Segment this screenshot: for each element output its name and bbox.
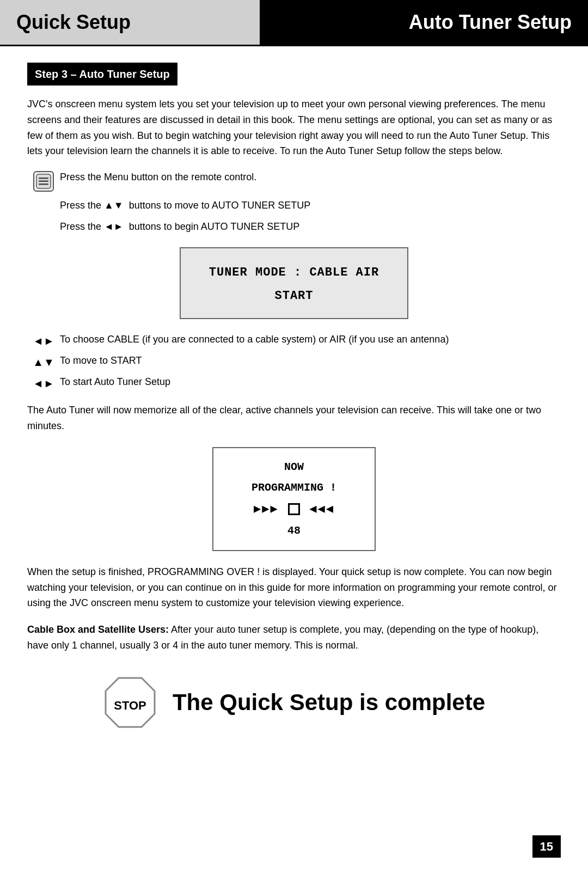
menu-button-icon — [33, 171, 54, 192]
svg-rect-2 — [39, 181, 48, 182]
svg-rect-3 — [39, 184, 48, 185]
menu-icon-col — [27, 170, 60, 192]
bullet-section: ◄► To choose CABLE (if you are connected… — [27, 332, 561, 392]
bullet-row-2: ▲▼ To move to START — [27, 353, 561, 370]
stop-sign-icon: STOP — [103, 675, 157, 730]
bullet-row-3: ◄► To start Auto Tuner Setup — [27, 375, 561, 392]
tuner-screen-line1: TUNER MODE : CABLE AIR — [197, 264, 391, 282]
prog-square-icon — [288, 503, 300, 515]
stop-tagline: The Quick Setup is complete — [173, 685, 485, 719]
tuner-screen-line2: START — [197, 287, 391, 305]
header-left: Quick Setup — [0, 0, 260, 45]
bullet-ud-icon: ▲▼ — [27, 353, 60, 370]
lr-icon-col — [27, 219, 60, 221]
prog-now: NOW — [226, 459, 362, 475]
bullet-row-1: ◄► To choose CABLE (if you are connected… — [27, 332, 561, 349]
press-ud-text: Press the ▲▼ buttons to move to AUTO TUN… — [60, 198, 561, 213]
auto-tuner-paragraph: The Auto Tuner will now memorize all of … — [27, 402, 561, 434]
press-menu-text: Press the Menu button on the remote cont… — [60, 170, 561, 185]
bullet-lr-icon-2: ◄► — [27, 375, 60, 392]
intro-paragraph: JVC's onscreen menu system lets you set … — [27, 96, 561, 159]
auto-tuner-title: Auto Tuner Setup — [409, 11, 572, 33]
bullet-text-2: To move to START — [60, 353, 561, 368]
ud-icon-col — [27, 198, 60, 199]
press-ud-row: Press the ▲▼ buttons to move to AUTO TUN… — [27, 198, 561, 213]
setup-complete-paragraph: When the setup is finished, PROGRAMMING … — [27, 564, 561, 611]
press-menu-row: Press the Menu button on the remote cont… — [27, 170, 561, 192]
tuner-mode-screen: TUNER MODE : CABLE AIR START — [180, 247, 408, 319]
main-content: Step 3 – Auto Tuner Setup JVC's onscreen… — [0, 46, 588, 762]
stop-section: STOP The Quick Setup is complete — [27, 675, 561, 730]
prog-programming: PROGRAMMING ! — [226, 480, 362, 496]
bullet-text-1: To choose CABLE (if you are connected to… — [60, 332, 561, 347]
programming-screen: NOW PROGRAMMING ! ▶▶▶ ◀◀◀ 48 — [212, 447, 376, 551]
page-header: Quick Setup Auto Tuner Setup — [0, 0, 588, 46]
step-heading: Step 3 – Auto Tuner Setup — [27, 63, 177, 85]
quick-setup-title: Quick Setup — [16, 11, 131, 33]
cable-box-bold: Cable Box and Satellite Users: — [27, 624, 169, 635]
cable-box-notice: Cable Box and Satellite Users: After you… — [27, 622, 561, 653]
svg-rect-1 — [39, 178, 48, 179]
press-lr-text: Press the ◄► buttons to begin AUTO TUNER… — [60, 219, 561, 234]
prog-arrows: ▶▶▶ ◀◀◀ — [226, 500, 362, 518]
press-lr-row: Press the ◄► buttons to begin AUTO TUNER… — [27, 219, 561, 234]
bullet-lr-icon-1: ◄► — [27, 332, 60, 349]
header-right: Auto Tuner Setup — [260, 0, 588, 45]
svg-text:STOP: STOP — [114, 699, 146, 712]
page-number: 15 — [532, 835, 561, 858]
prog-number: 48 — [226, 523, 362, 539]
bullet-text-3: To start Auto Tuner Setup — [60, 375, 561, 389]
